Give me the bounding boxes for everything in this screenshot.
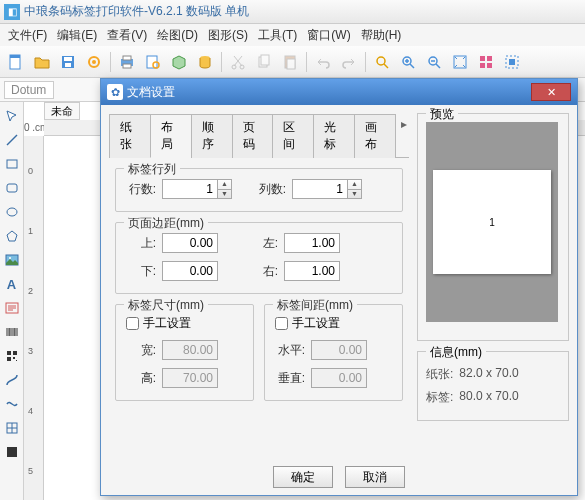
margin-top-label: 上:	[126, 235, 156, 252]
cut-icon[interactable]	[226, 50, 250, 74]
width-input	[162, 340, 218, 360]
polygon-tool-icon[interactable]	[2, 226, 22, 246]
dialog-titlebar[interactable]: ✿ 文档设置 ✕	[101, 79, 577, 105]
ruler-vertical: 0 1 2 3 4 5	[24, 136, 44, 500]
margin-left-input[interactable]	[284, 233, 340, 253]
tab-order[interactable]: 顺序	[191, 114, 233, 158]
menu-draw[interactable]: 绘图(D)	[153, 25, 202, 46]
save-icon[interactable]	[56, 50, 80, 74]
tab-cursor[interactable]: 光标	[313, 114, 355, 158]
rect-tool-icon[interactable]	[2, 154, 22, 174]
new-doc-icon[interactable]	[4, 50, 28, 74]
cancel-button[interactable]: 取消	[345, 466, 405, 488]
margin-bottom-input[interactable]	[162, 261, 218, 281]
svg-rect-26	[487, 63, 492, 68]
rows-spinner[interactable]: ▲▼	[218, 179, 232, 199]
open-icon[interactable]	[30, 50, 54, 74]
tab-layout[interactable]: 布局	[150, 114, 192, 158]
svg-point-31	[7, 208, 17, 216]
menu-edit[interactable]: 编辑(E)	[53, 25, 101, 46]
cols-input[interactable]	[292, 179, 348, 199]
zoom-out-icon[interactable]	[422, 50, 446, 74]
menu-view[interactable]: 查看(V)	[103, 25, 151, 46]
path-tool-icon[interactable]	[2, 370, 22, 390]
font-select[interactable]: Dotum	[4, 81, 54, 99]
margin-bottom-label: 下:	[126, 263, 156, 280]
margin-right-input[interactable]	[284, 261, 340, 281]
settings-icon[interactable]	[82, 50, 106, 74]
zoom-in-icon[interactable]	[396, 50, 420, 74]
app-title: 中琅条码标签打印软件-V6.2.1 数码版 单机	[24, 3, 249, 20]
pointer-tool-icon[interactable]	[2, 106, 22, 126]
tab-paper[interactable]: 纸张	[109, 114, 151, 158]
line-tool-icon[interactable]	[2, 130, 22, 150]
svg-rect-38	[13, 357, 15, 359]
svg-rect-29	[7, 160, 17, 168]
print-icon[interactable]	[115, 50, 139, 74]
fill-tool-icon[interactable]	[2, 442, 22, 462]
text-tool-icon[interactable]: A	[2, 274, 22, 294]
svg-rect-18	[287, 59, 295, 69]
gear-icon: ✿	[107, 84, 123, 100]
print-preview-icon[interactable]	[141, 50, 165, 74]
svg-rect-41	[7, 447, 17, 457]
width-label: 宽:	[126, 342, 156, 359]
svg-rect-28	[509, 59, 515, 65]
tab-overflow-icon[interactable]: ▸	[399, 113, 409, 157]
grid-icon[interactable]	[474, 50, 498, 74]
copy-icon[interactable]	[252, 50, 276, 74]
tab-range[interactable]: 区间	[272, 114, 314, 158]
curve-tool-icon[interactable]	[2, 394, 22, 414]
group-title: 标签尺寸(mm)	[124, 297, 208, 314]
undo-icon[interactable]	[311, 50, 335, 74]
rows-label: 行数:	[126, 181, 156, 198]
app-icon: ◧	[4, 4, 20, 20]
menu-window[interactable]: 窗口(W)	[303, 25, 354, 46]
document-tab[interactable]: 未命	[44, 102, 80, 120]
separator	[110, 52, 111, 72]
menu-tool[interactable]: 工具(T)	[254, 25, 301, 46]
document-settings-dialog: ✿ 文档设置 ✕ 纸张 布局 顺序 页码 区间 光标 画布 ▸ 标签行列 行	[100, 78, 578, 496]
preview-page-number: 1	[489, 217, 495, 228]
separator	[221, 52, 222, 72]
margin-top-input[interactable]	[162, 233, 218, 253]
barcode-tool-icon[interactable]	[2, 322, 22, 342]
richtext-tool-icon[interactable]	[2, 298, 22, 318]
margin-left-label: 左:	[248, 235, 278, 252]
menu-help[interactable]: 帮助(H)	[357, 25, 406, 46]
gap-h-input	[311, 340, 367, 360]
menu-shape[interactable]: 图形(S)	[204, 25, 252, 46]
cols-spinner[interactable]: ▲▼	[348, 179, 362, 199]
gap-manual-checkbox[interactable]: 手工设置	[275, 315, 340, 332]
preview-panel: 预览 1	[417, 113, 569, 341]
image-tool-icon[interactable]	[2, 250, 22, 270]
preview-title: 预览	[426, 106, 458, 123]
rows-input[interactable]	[162, 179, 218, 199]
redo-icon[interactable]	[337, 50, 361, 74]
left-toolbox: A	[0, 102, 24, 500]
box-icon[interactable]	[167, 50, 191, 74]
fit-icon[interactable]	[448, 50, 472, 74]
zoom-tool-icon[interactable]	[370, 50, 394, 74]
qrcode-tool-icon[interactable]	[2, 346, 22, 366]
paste-icon[interactable]	[278, 50, 302, 74]
roundrect-tool-icon[interactable]	[2, 178, 22, 198]
svg-point-19	[377, 57, 385, 65]
ok-button[interactable]: 确定	[273, 466, 333, 488]
close-button[interactable]: ✕	[531, 83, 571, 101]
ellipse-tool-icon[interactable]	[2, 202, 22, 222]
tab-canvas[interactable]: 画布	[354, 114, 396, 158]
size-manual-checkbox[interactable]: 手工设置	[126, 315, 191, 332]
menu-file[interactable]: 文件(F)	[4, 25, 51, 46]
grid2-tool-icon[interactable]	[2, 418, 22, 438]
select-all-icon[interactable]	[500, 50, 524, 74]
svg-rect-16	[261, 55, 269, 65]
info-label-value: 80.0 x 70.0	[459, 389, 518, 406]
info-label-label: 标签:	[426, 389, 453, 406]
database-icon[interactable]	[193, 50, 217, 74]
gap-v-input	[311, 368, 367, 388]
app-titlebar: ◧ 中琅条码标签打印软件-V6.2.1 数码版 单机	[0, 0, 585, 24]
tab-pagecode[interactable]: 页码	[232, 114, 274, 158]
svg-rect-23	[480, 56, 485, 61]
group-title: 页面边距(mm)	[124, 215, 208, 232]
